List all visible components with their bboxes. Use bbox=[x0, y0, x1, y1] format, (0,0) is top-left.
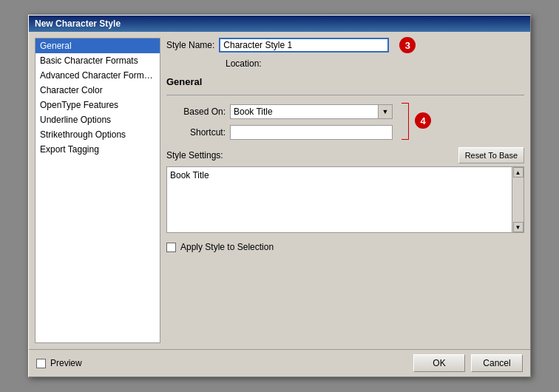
nav-item-general[interactable]: General bbox=[35, 38, 160, 53]
apply-style-checkbox[interactable] bbox=[166, 243, 176, 252]
nav-item-char-color[interactable]: Character Color bbox=[35, 83, 160, 98]
reset-to-base-button[interactable]: Reset To Base bbox=[458, 147, 524, 163]
general-section-label: General bbox=[166, 76, 524, 87]
bracket-group: 4 bbox=[402, 101, 409, 140]
location-label: Location: bbox=[226, 58, 262, 69]
style-settings-box: Book Title ▲ ▼ bbox=[166, 166, 524, 233]
scroll-track bbox=[512, 178, 524, 222]
nav-item-strikethrough[interactable]: Strikethrough Options bbox=[35, 127, 160, 142]
preview-row: Preview bbox=[36, 358, 82, 368]
preview-checkbox[interactable] bbox=[36, 359, 46, 368]
shortcut-label: Shortcut: bbox=[166, 127, 226, 138]
left-nav-panel: General Basic Character Formats Advanced… bbox=[35, 38, 160, 343]
style-settings-content: Book Title bbox=[170, 170, 509, 229]
style-name-input[interactable] bbox=[219, 38, 389, 53]
fields-column: Based On: Book Title [None] Character St… bbox=[166, 101, 393, 140]
style-settings-section: Style Settings: Reset To Base Book Title… bbox=[166, 147, 524, 233]
shortcut-row: Shortcut: bbox=[166, 125, 393, 140]
style-settings-text: Book Title bbox=[170, 170, 209, 180]
based-on-shortcut-group: Based On: Book Title [None] Character St… bbox=[166, 101, 524, 140]
style-name-label: Style Name: bbox=[166, 40, 214, 50]
cancel-button[interactable]: Cancel bbox=[471, 354, 523, 372]
apply-style-row: Apply Style to Selection bbox=[166, 242, 524, 252]
style-name-field-wrap: 3 bbox=[219, 38, 389, 53]
scroll-up-arrow[interactable]: ▲ bbox=[513, 167, 524, 178]
ok-button[interactable]: OK bbox=[413, 354, 465, 372]
preview-label: Preview bbox=[50, 358, 82, 368]
shortcut-input[interactable] bbox=[230, 125, 393, 140]
based-on-label: Based On: bbox=[166, 107, 226, 117]
location-row: Location: bbox=[166, 58, 524, 69]
dialog-body: General Basic Character Formats Advanced… bbox=[29, 32, 530, 349]
badge-3: 3 bbox=[399, 37, 416, 53]
style-settings-header: Style Settings: Reset To Base bbox=[166, 147, 524, 163]
dialog-footer: Preview OK Cancel bbox=[29, 349, 530, 376]
section-divider bbox=[166, 95, 524, 95]
based-on-select[interactable]: Book Title [None] Character Style 1 bbox=[230, 104, 393, 119]
style-settings-label: Style Settings: bbox=[166, 150, 223, 160]
apply-style-label: Apply Style to Selection bbox=[180, 242, 274, 252]
scroll-down-arrow[interactable]: ▼ bbox=[513, 222, 524, 232]
bracket-shape bbox=[402, 103, 409, 140]
nav-item-underline[interactable]: Underline Options bbox=[35, 112, 160, 127]
nav-item-export-tagging[interactable]: Export Tagging bbox=[35, 142, 160, 157]
footer-buttons: OK Cancel bbox=[413, 354, 523, 372]
right-panel: Style Name: 3 Location: General Base bbox=[166, 38, 524, 343]
nav-item-opentype[interactable]: OpenType Features bbox=[35, 98, 160, 112]
nav-list: General Basic Character Formats Advanced… bbox=[35, 38, 160, 342]
new-character-style-dialog: New Character Style General Basic Charac… bbox=[28, 15, 531, 377]
dialog-title-bar: New Character Style bbox=[29, 16, 530, 32]
based-on-dropdown-wrap: Book Title [None] Character Style 1 ▼ bbox=[230, 104, 393, 119]
nav-item-advanced-char[interactable]: Advanced Character Formats bbox=[35, 68, 160, 83]
nav-item-basic-char[interactable]: Basic Character Formats bbox=[35, 53, 160, 68]
badge-4: 4 bbox=[415, 112, 431, 129]
based-on-row: Based On: Book Title [None] Character St… bbox=[166, 104, 393, 119]
dialog-title: New Character Style bbox=[35, 18, 121, 29]
style-settings-scrollbar[interactable]: ▲ ▼ bbox=[512, 167, 524, 232]
style-name-row: Style Name: 3 bbox=[166, 38, 524, 53]
